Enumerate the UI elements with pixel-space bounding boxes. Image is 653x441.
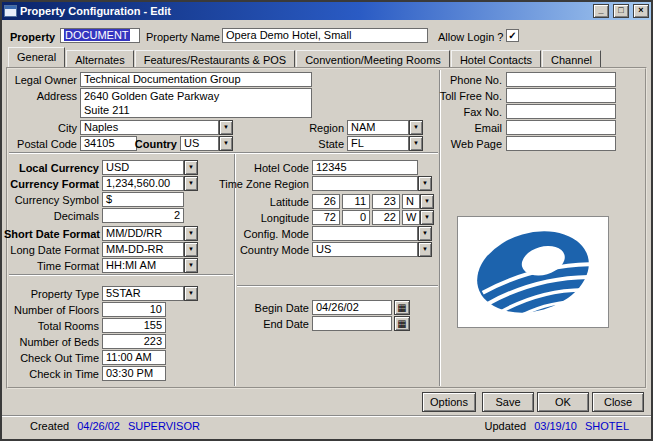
region-dropdown-icon[interactable]: ▼ — [409, 120, 423, 135]
property-value: DOCUMENT — [64, 29, 130, 41]
save-button[interactable]: Save — [482, 392, 534, 412]
separator — [237, 285, 438, 287]
number-of-beds-label: Number of Beds — [4, 336, 99, 349]
tab-features-restaurants-pos[interactable]: Features/Restaurants & POS — [135, 50, 295, 68]
check-in-time-field[interactable]: 03:30 PM — [102, 366, 166, 381]
city-dropdown-icon[interactable]: ▼ — [219, 120, 233, 135]
property-name-field[interactable]: Opera Demo Hotel, Small — [222, 28, 428, 43]
state-field[interactable]: FL — [347, 136, 409, 151]
hotel-code-label: Hotel Code — [209, 162, 309, 175]
tab-alternates[interactable]: Alternates — [66, 50, 134, 68]
country-mode-dropdown-icon[interactable]: ▼ — [418, 242, 432, 257]
currency-format-field[interactable]: 1,234,560.00 — [102, 176, 184, 191]
total-rooms-field[interactable]: 155 — [102, 318, 166, 333]
latitude-min-field[interactable]: 11 — [342, 194, 370, 209]
email-field[interactable] — [506, 120, 616, 135]
separator — [9, 274, 233, 276]
end-date-calendar-icon[interactable]: ▦ — [394, 316, 410, 331]
titlebar[interactable]: Property Configuration - Edit _ □ × — [2, 2, 651, 20]
legal-owner-field[interactable]: Technical Documentation Group — [80, 72, 312, 87]
restore-icon[interactable]: □ — [613, 4, 629, 18]
latitude-deg-field[interactable]: 26 — [312, 194, 340, 209]
ok-button[interactable]: OK — [537, 392, 589, 412]
property-name-label: Property Name — [146, 31, 222, 44]
end-date-field[interactable] — [312, 316, 392, 331]
updated-by: SHOTEL — [585, 420, 629, 432]
separator — [2, 415, 651, 417]
country-mode-field[interactable]: US — [312, 242, 418, 257]
country-field[interactable]: US — [180, 136, 219, 151]
created-date: 04/26/02 — [77, 420, 120, 432]
longitude-sec-field[interactable]: 22 — [372, 210, 400, 225]
phone-label: Phone No. — [438, 74, 502, 87]
decimals-field[interactable]: 2 — [102, 208, 184, 223]
property-type-field[interactable]: 5STAR — [102, 286, 184, 301]
time-format-label: Time Format — [4, 260, 99, 273]
close-button[interactable]: Close — [592, 392, 644, 412]
options-button[interactable]: Options — [422, 392, 476, 412]
begin-date-field[interactable]: 04/26/02 — [312, 300, 392, 315]
number-of-floors-field[interactable]: 10 — [102, 302, 166, 317]
latitude-dropdown-icon[interactable]: ▼ — [420, 194, 434, 209]
begin-date-calendar-icon[interactable]: ▦ — [394, 300, 410, 315]
config-mode-label: Config. Mode — [209, 228, 309, 241]
check-out-time-field[interactable]: 11:00 AM — [102, 350, 166, 365]
latitude-hemisphere-field[interactable]: N — [402, 194, 420, 209]
hotel-code-field[interactable]: 12345 — [312, 160, 418, 175]
state-dropdown-icon[interactable]: ▼ — [409, 136, 423, 151]
latitude-sec-field[interactable]: 23 — [372, 194, 400, 209]
time-zone-region-field[interactable] — [312, 176, 418, 191]
minimize-icon[interactable]: _ — [593, 4, 609, 18]
short-date-format-field[interactable]: MM/DD/RR — [102, 226, 184, 241]
local-currency-dropdown-icon[interactable]: ▼ — [184, 160, 198, 175]
legal-owner-label: Legal Owner — [4, 74, 77, 87]
toll-free-field[interactable] — [506, 88, 616, 103]
tab-channel[interactable]: Channel — [542, 50, 601, 68]
web-page-label: Web Page — [438, 138, 502, 151]
email-label: Email — [438, 122, 502, 135]
long-date-format-label: Long Date Format — [4, 244, 99, 257]
longitude-hemisphere-field[interactable]: W — [402, 210, 420, 225]
property-field[interactable]: DOCUMENT — [60, 28, 140, 43]
config-mode-dropdown-icon[interactable]: ▼ — [418, 226, 432, 241]
longitude-deg-field[interactable]: 72 — [312, 210, 340, 225]
long-date-format-field[interactable]: MM-DD-RR — [102, 242, 184, 257]
longitude-dropdown-icon[interactable]: ▼ — [420, 210, 434, 225]
tab-convention-meeting-rooms[interactable]: Convention/Meeting Rooms — [296, 50, 450, 68]
state-label: State — [284, 138, 344, 151]
city-field[interactable]: Naples — [80, 120, 219, 135]
long-date-format-dropdown-icon[interactable]: ▼ — [184, 242, 198, 257]
tab-general[interactable]: General — [8, 47, 65, 68]
address-field[interactable]: 2640 Golden Gate Parkway Suite 211 — [80, 88, 312, 118]
tab-hotel-contacts[interactable]: Hotel Contacts — [451, 50, 541, 68]
country-mode-label: Country Mode — [209, 244, 309, 257]
property-type-dropdown-icon[interactable]: ▼ — [184, 286, 198, 301]
country-dropdown-icon[interactable]: ▼ — [219, 136, 233, 151]
longitude-min-field[interactable]: 0 — [342, 210, 370, 225]
local-currency-field[interactable]: USD — [102, 160, 184, 175]
begin-date-label: Begin Date — [239, 302, 309, 315]
number-of-beds-field[interactable]: 223 — [102, 334, 166, 349]
time-zone-dropdown-icon[interactable]: ▼ — [418, 176, 432, 191]
status-updated: Updated 03/19/10 SHOTEL — [485, 420, 629, 432]
fax-field[interactable] — [506, 104, 616, 119]
config-mode-field[interactable] — [312, 226, 418, 241]
time-format-field[interactable]: HH:MI AM — [102, 258, 184, 273]
end-date-label: End Date — [239, 318, 309, 331]
currency-symbol-field[interactable]: $ — [102, 192, 184, 207]
country-label: Country — [117, 138, 177, 151]
phone-field[interactable] — [506, 72, 616, 87]
number-of-floors-label: Number of Floors — [4, 304, 99, 317]
latitude-label: Latitude — [209, 196, 309, 209]
allow-login-checkbox[interactable]: ✓ — [506, 29, 519, 42]
status-created: Created 04/26/02 SUPERVISOR — [30, 420, 200, 432]
close-icon[interactable]: × — [633, 4, 649, 18]
time-format-dropdown-icon[interactable]: ▼ — [184, 258, 198, 273]
region-field[interactable]: NAM — [347, 120, 409, 135]
app-icon — [4, 5, 17, 17]
currency-format-dropdown-icon[interactable]: ▼ — [184, 176, 198, 191]
short-date-format-dropdown-icon[interactable]: ▼ — [184, 226, 198, 241]
address-label: Address — [4, 90, 77, 103]
web-page-field[interactable] — [506, 136, 616, 151]
allow-login-label: Allow Login ? — [438, 31, 504, 44]
